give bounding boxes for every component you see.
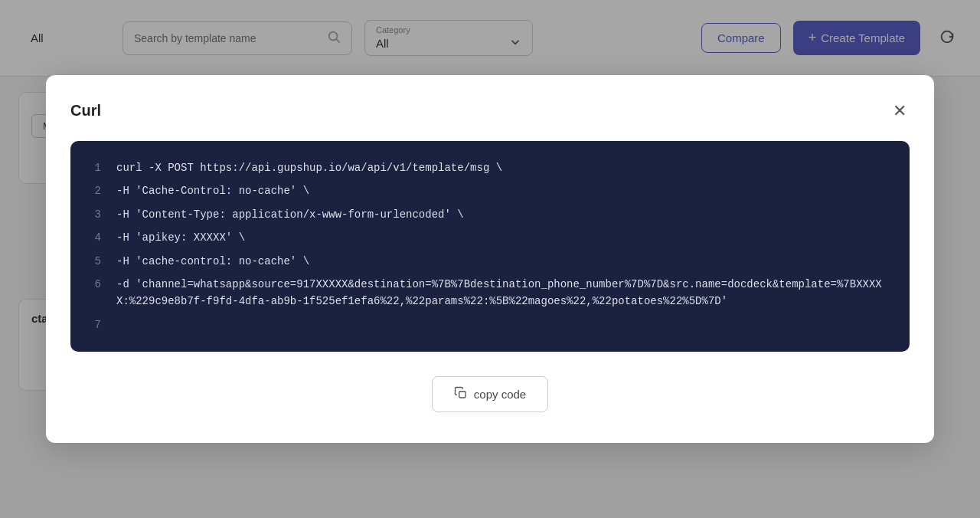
line-number: 2 [89,182,101,199]
copy-icon [454,386,468,402]
code-line: 4-H 'apikey: XXXXX' \ [89,226,891,249]
line-content: -H 'cache-control: no-cache' \ [116,253,309,270]
line-content: curl -X POST https://api.gupshup.io/wa/a… [116,159,502,176]
copy-code-label: copy code [474,388,526,401]
code-line: 3-H 'Content-Type: application/x-www-for… [89,203,891,226]
curl-modal: Curl ✕ 1curl -X POST https://api.gupshup… [46,75,934,443]
svg-rect-2 [459,392,466,398]
code-line: 5-H 'cache-control: no-cache' \ [89,250,891,273]
line-number: 6 [89,276,101,293]
line-content: -H 'Cache-Control: no-cache' \ [116,182,309,199]
line-content: -d 'channel=whatsapp&source=917XXXXX&des… [116,276,891,310]
modal-overlay: Curl ✕ 1curl -X POST https://api.gupshup… [0,0,980,518]
line-number: 7 [89,316,101,333]
line-number: 3 [89,206,101,223]
code-block: 1curl -X POST https://api.gupshup.io/wa/… [70,141,910,352]
line-number: 1 [89,159,101,176]
code-line: 1curl -X POST https://api.gupshup.io/wa/… [89,156,891,179]
modal-close-button[interactable]: ✕ [890,100,910,123]
code-line: 2-H 'Cache-Control: no-cache' \ [89,179,891,202]
line-number: 4 [89,229,101,246]
modal-header: Curl ✕ [70,100,910,123]
modal-title: Curl [70,102,101,120]
line-number: 5 [89,253,101,270]
code-line: 7 [89,313,891,336]
copy-code-button[interactable]: copy code [432,376,548,412]
copy-area: copy code [70,370,910,418]
line-content: -H 'apikey: XXXXX' \ [116,229,245,246]
code-line: 6-d 'channel=whatsapp&source=917XXXXX&de… [89,273,891,313]
line-content: -H 'Content-Type: application/x-www-form… [116,206,464,223]
